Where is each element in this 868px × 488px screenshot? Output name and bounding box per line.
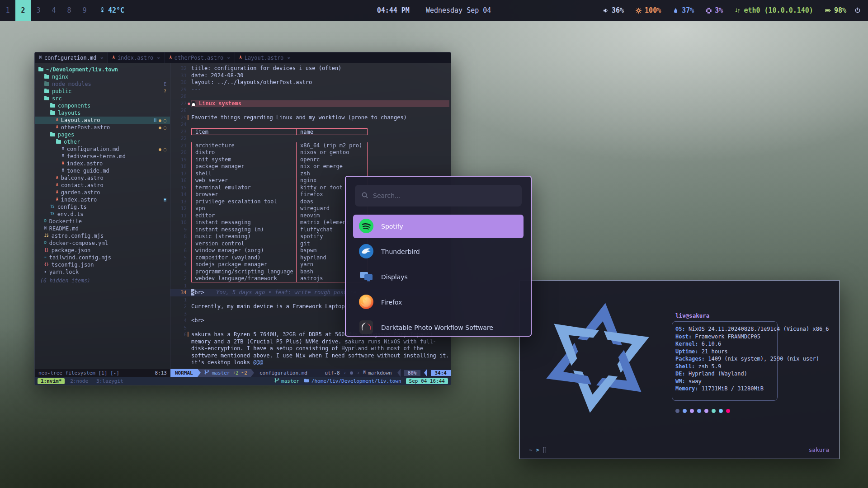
tree-item-otherPost.astro[interactable]: AotherPost.astro●▢ bbox=[35, 124, 170, 131]
tree-item-label: tailwind.config.mjs bbox=[49, 254, 111, 261]
folder-icon bbox=[50, 133, 55, 136]
tmux-session-3lazygit[interactable]: 3:lazygit bbox=[94, 378, 126, 384]
tab-Layout.astro[interactable]: ALayout.astro× bbox=[235, 52, 295, 63]
tree-item-Developmentliv.town[interactable]: ~/Development/liv.town bbox=[35, 66, 170, 73]
folder-icon bbox=[44, 82, 49, 86]
tree-item-astro.config.mjs[interactable]: JSastro.config.mjs bbox=[35, 232, 170, 239]
prompt-path: ~ bbox=[529, 446, 533, 453]
table-cell-item: terminal emulator bbox=[192, 184, 297, 192]
tree-item-Dockerfile[interactable]: DDockerfile bbox=[35, 218, 170, 225]
tree-item-yarn.lock[interactable]: ▪yarn.lock bbox=[35, 268, 170, 276]
line-number: 5 bbox=[170, 254, 187, 262]
tree-item-label: pages bbox=[58, 131, 74, 138]
tab-otherPost.astro[interactable]: AotherPost.astro× bbox=[165, 52, 235, 63]
launcher-item-Spotify[interactable]: Spotify bbox=[353, 215, 524, 238]
file-tree: ~/Development/liv.townnginxnode_modulesE… bbox=[35, 63, 170, 369]
status-badge: ● bbox=[159, 118, 161, 123]
tree-item-label: docker-compose.yml bbox=[49, 240, 108, 246]
gutter-sign bbox=[187, 86, 191, 94]
markdown-heading: Linux systems bbox=[191, 100, 449, 108]
palette-dot bbox=[726, 409, 730, 413]
vim-mode-indicator: NORMAL bbox=[170, 369, 198, 377]
workspace-3[interactable]: 3 bbox=[31, 0, 46, 21]
gutter-sign bbox=[187, 226, 191, 234]
close-icon[interactable]: × bbox=[227, 55, 230, 61]
tree-item-index.astro[interactable]: Aindex.astroH bbox=[35, 196, 170, 203]
tree-item-tsconfig.json[interactable]: {}tsconfig.json bbox=[35, 261, 170, 268]
git-blame-annotation: You, 5 days ago • feat: write rough post… bbox=[216, 289, 357, 296]
workspace-2[interactable]: 2 bbox=[15, 0, 31, 21]
line-number: 7 bbox=[170, 240, 187, 248]
tmux-working-directory: /home/liv/Development/liv.town bbox=[311, 378, 401, 384]
tree-item-docker-compose.yml[interactable]: Ddocker-compose.yml bbox=[35, 239, 170, 247]
tree-item-layouts[interactable]: layouts bbox=[35, 109, 170, 117]
tab-index.astro[interactable]: Aindex.astro× bbox=[108, 52, 165, 63]
tree-item-balcony.astro[interactable]: Abalcony.astro bbox=[35, 174, 170, 182]
nixos-snowflake-icon bbox=[532, 288, 664, 428]
tree-item-other[interactable]: other bbox=[35, 138, 170, 145]
launcher-item-Displays[interactable]: Displays bbox=[353, 265, 524, 289]
table-cell-item: window manager (xorg) bbox=[192, 247, 297, 254]
os-icon bbox=[350, 371, 353, 375]
launcher-search-input[interactable]: Search... bbox=[355, 185, 522, 206]
editor-statusline: NORMAL master +2 ~2 configuration.md utf… bbox=[170, 369, 451, 377]
launcher-item-Thunderbird[interactable]: Thunderbird bbox=[353, 240, 524, 263]
temperature-module: 42°C bbox=[99, 6, 124, 14]
tree-item-contact.astro[interactable]: Acontact.astro bbox=[35, 182, 170, 189]
tree-item-components[interactable]: components bbox=[35, 102, 170, 109]
tree-item-fediverse-terms.md[interactable]: Mfediverse-terms.md bbox=[35, 153, 170, 160]
workspace-8[interactable]: 8 bbox=[61, 0, 77, 21]
tmux-session-2node[interactable]: 2:node bbox=[67, 378, 91, 384]
line-number: 3 bbox=[170, 268, 187, 276]
table-cell-name: nixos or gentoo bbox=[297, 149, 367, 156]
tree-item-README.md[interactable]: MREADME.md bbox=[35, 225, 170, 232]
tree-item-nginx[interactable]: nginx bbox=[35, 73, 170, 80]
close-icon[interactable]: × bbox=[287, 55, 290, 61]
module-volume: 36% bbox=[603, 6, 624, 14]
launcher-item-Darktable-Photo-Workflow-Software[interactable]: Darktable Photo Workflow Software bbox=[353, 316, 524, 337]
fetch-value: sway bbox=[689, 378, 702, 385]
tree-item-configuration.md[interactable]: Mconfiguration.md●▢ bbox=[35, 145, 170, 153]
close-icon[interactable]: × bbox=[100, 55, 103, 61]
buffer-line: 26 bbox=[170, 107, 451, 114]
tree-item-Layout.astro[interactable]: ALayout.astroH●▢ bbox=[35, 117, 170, 124]
terminal-cursor[interactable] bbox=[543, 447, 546, 453]
tmux-session-1nvim[interactable]: 1:nvim* bbox=[38, 378, 65, 384]
shell-prompt: ~ > bbox=[529, 446, 546, 453]
fetch-value: 6.10.6 bbox=[702, 341, 721, 347]
fetch-user-host: liv@sakura bbox=[675, 312, 709, 319]
power-button[interactable] bbox=[854, 7, 868, 14]
workspace-4[interactable]: 4 bbox=[46, 0, 61, 21]
gutter-sign bbox=[187, 212, 191, 220]
astro-icon: A bbox=[170, 56, 172, 60]
workspace-1[interactable]: 1 bbox=[0, 0, 15, 21]
tree-item-public[interactable]: public? bbox=[35, 88, 170, 95]
palette-dot bbox=[704, 409, 708, 413]
power-icon bbox=[854, 7, 861, 14]
tree-item-pages[interactable]: pages bbox=[35, 131, 170, 138]
tree-item-nodemodules[interactable]: node_modulesE bbox=[35, 80, 170, 88]
workspace-9[interactable]: 9 bbox=[77, 0, 92, 21]
tree-item-tailwind.config.mjs[interactable]: ~tailwind.config.mjs bbox=[35, 254, 170, 261]
launcher-item-Firefox[interactable]: Firefox bbox=[353, 291, 524, 314]
tree-item-tone-guide.md[interactable]: Mtone-guide.md bbox=[35, 167, 170, 174]
table-row: instant messagingmatrix (element) bbox=[191, 219, 368, 226]
git-modified-count: ~2 bbox=[241, 370, 247, 376]
tree-item-package.json[interactable]: {}package.json bbox=[35, 247, 170, 254]
line-number: 22 bbox=[170, 135, 187, 142]
buffer-line: 23itemname bbox=[170, 128, 451, 136]
tmux-sessions: 1:nvim*2:node3:lazygit bbox=[38, 378, 126, 384]
tree-item-index.astro[interactable]: Aindex.astro bbox=[35, 160, 170, 167]
line-text: init systemopenrc bbox=[191, 156, 451, 164]
tab-configuration.md[interactable]: Mconfiguration.md× bbox=[35, 52, 108, 63]
tree-item-src[interactable]: src bbox=[35, 95, 170, 102]
darktable-icon bbox=[359, 319, 374, 335]
fetch-line-packages: Packages: 1409 (nix-system), 2590 (nix-u… bbox=[675, 355, 829, 363]
table-row: architecturex86_64 (rip m2 pro) bbox=[191, 142, 368, 150]
tree-item-config.ts[interactable]: TSconfig.ts bbox=[35, 203, 170, 211]
tree-item-garden.astro[interactable]: Agarden.astro bbox=[35, 189, 170, 196]
table-cell-item: instant messaging (m) bbox=[192, 226, 297, 234]
close-icon[interactable]: × bbox=[157, 55, 160, 61]
tree-item-env.d.ts[interactable]: TSenv.d.ts bbox=[35, 211, 170, 218]
fetch-line-kernel: Kernel: 6.10.6 bbox=[675, 340, 829, 348]
